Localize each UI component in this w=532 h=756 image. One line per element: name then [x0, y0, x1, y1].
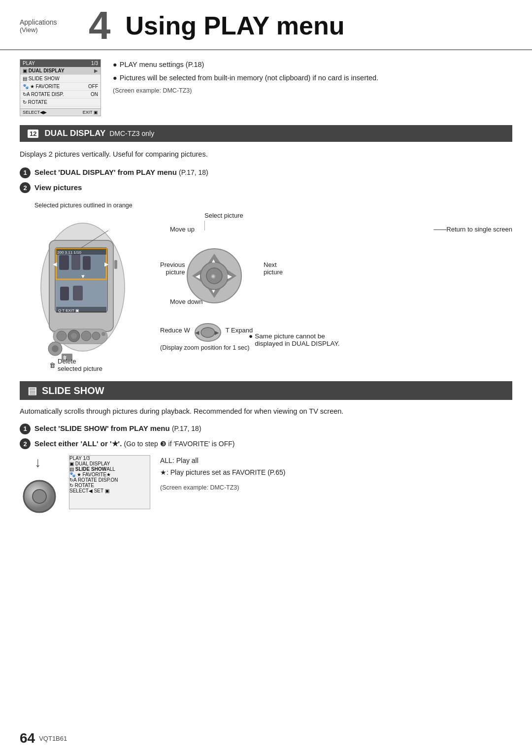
- svg-rect-4: [59, 255, 69, 270]
- page-title: Using PLAY menu: [126, 11, 345, 40]
- zoom-dial-svg: ◀ ▶: [193, 318, 223, 342]
- svg-rect-6: [83, 256, 91, 270]
- bullet2: Pictures will be selected from built-in …: [113, 72, 512, 84]
- move-down-label: Move down: [170, 298, 202, 305]
- step-number-ss2: 2: [20, 438, 31, 449]
- dual-display-sub: DMC-TZ3 only: [109, 130, 154, 137]
- step-1-slide: 1 Select 'SLIDE SHOW' from PLAY menu (P.…: [20, 423, 512, 434]
- step-number-2: 2: [20, 182, 31, 193]
- menu-row-slide: ▤ SLIDE SHOW: [20, 75, 100, 83]
- scroll-dial-area: ↓: [20, 457, 59, 521]
- svg-point-26: [101, 332, 105, 336]
- step2-text: View pictures: [34, 182, 82, 194]
- menu-row-favorite: 🐾 ★ FAVORITEOFF: [20, 83, 100, 91]
- svg-point-48: [33, 490, 46, 503]
- chapter-label: Applications (View): [20, 6, 79, 45]
- zoom-note: (Display zoom position for 1 sec): [160, 344, 253, 351]
- select-picture-label: Select picture: [204, 212, 244, 233]
- step-ss1-text: Select 'SLIDE SHOW' from PLAY menu (P.17…: [34, 423, 201, 434]
- menu-row-dual: ▣ DUAL DISPLAY▶: [20, 67, 100, 75]
- screen-example-1: (Screen example: DMC-TZ3): [113, 86, 512, 96]
- dual-display-title: DUAL DISPLAY: [44, 129, 105, 138]
- menu-screenshot-1: PLAY 1/3 ▣ DUAL DISPLAY▶ ▤ SLIDE SHOW 🐾 …: [20, 59, 101, 116]
- svg-text:▼: ▼: [211, 288, 216, 294]
- menu-screenshot-2: PLAY 1/3 ▣ DUAL DISPLAY ▤ SLIDE SHOWALL …: [69, 455, 150, 509]
- menu2-row-dual: ▣ DUAL DISPLAY: [69, 461, 150, 466]
- bullet1: PLAY menu settings (P.18): [113, 59, 512, 70]
- menu-page: 1/3: [91, 61, 98, 66]
- slide-show-title: SLIDE SHOW: [42, 385, 104, 396]
- camera-illustration: Selected pictures outlined in orange: [20, 202, 145, 372]
- all-label: ALL: Play all: [160, 455, 512, 467]
- step-number-ss1: 1: [20, 424, 31, 434]
- page-ref: VQT1B61: [39, 735, 67, 742]
- svg-rect-8: [60, 287, 69, 300]
- slide-show-icon: ▤: [28, 385, 37, 396]
- return-single-label: ——Return to single screen: [433, 226, 512, 233]
- screen-example-2: (Screen example: DMC-TZ3): [160, 483, 512, 493]
- scroll-dial-svg: ↓: [20, 457, 59, 521]
- svg-point-21: [57, 331, 66, 341]
- step-2-dual: 2 View pictures: [20, 182, 512, 194]
- main-content: PLAY 1/3 ▣ DUAL DISPLAY▶ ▤ SLIDE SHOW 🐾 …: [0, 50, 532, 531]
- menu2-row-rotate: ↻ ROTATE: [69, 483, 150, 488]
- menu2-row-slide: ▤ SLIDE SHOWALL: [69, 466, 150, 472]
- svg-point-43: [201, 328, 215, 337]
- same-picture-note: ● Same picture cannot be displayed in DU…: [249, 332, 347, 347]
- view-label: (View): [20, 26, 79, 33]
- dual-display-icon: 12: [28, 130, 38, 138]
- next-picture-label: Nextpicture: [264, 261, 283, 276]
- svg-point-28: [52, 345, 59, 352]
- zoom-area: Reduce W ◀ ▶ T Expand (Display zoom posi…: [160, 318, 253, 351]
- menu2-row-favorite: 🐾 ★ FAVORITE★: [69, 472, 150, 477]
- slide-step2-row: ↓ PLAY 1/3 ▣ DUAL DISPLAY: [20, 455, 512, 521]
- page-header: Applications (View) 4 Using PLAY menu: [0, 0, 532, 50]
- menu-row-rotate: ↻ ROTATE: [20, 99, 100, 106]
- step-1-dual: 1 Select 'DUAL DISPLAY' from PLAY menu (…: [20, 167, 512, 178]
- page-number: 64: [20, 730, 35, 746]
- svg-point-23: [71, 333, 77, 339]
- svg-text:◀: ◀: [53, 261, 57, 267]
- svg-point-25: [92, 332, 100, 340]
- menu-title: PLAY: [23, 61, 35, 66]
- slide-step2-info: ALL: Play all ★: Play pictures set as FA…: [160, 455, 512, 493]
- star-label: ★: Play pictures set as FAVORITE (P.65): [160, 467, 512, 479]
- svg-rect-9: [73, 286, 83, 300]
- dual-display-desc: Displays 2 pictures vertically. Useful f…: [20, 149, 512, 160]
- svg-rect-5: [71, 254, 80, 270]
- menu2-row-rotate-disp: ↻A ROTATE DISP.ON: [69, 477, 150, 483]
- menu-footer-1: SELECT◀▶ EXIT ▣: [20, 108, 100, 116]
- svg-text:▲: ▲: [211, 258, 216, 263]
- slide-show-header: ▤ SLIDE SHOW: [20, 381, 512, 400]
- slide-show-desc: Automatically scrolls through pictures d…: [20, 406, 512, 417]
- svg-text:◉: ◉: [211, 273, 216, 279]
- svg-text:Q T    EXIT ▣: Q T EXIT ▣: [58, 308, 79, 313]
- chapter-number: 4: [89, 6, 111, 45]
- dual-display-header: 12 DUAL DISPLAY DMC-TZ3 only: [20, 125, 512, 142]
- svg-text:▶: ▶: [104, 261, 109, 267]
- menu-row-rotate-disp: ↻A ROTATE DISP.ON: [20, 91, 100, 99]
- svg-rect-19: [114, 260, 117, 269]
- controls-diagram: Select picture Move up ——Return to singl…: [160, 212, 512, 369]
- svg-text:↓: ↓: [34, 457, 41, 470]
- menu-header: PLAY 1/3: [20, 60, 100, 67]
- svg-text:▼: ▼: [80, 273, 86, 279]
- menu2-header: PLAY 1/3: [69, 456, 150, 461]
- step-ss2-text: Select either 'ALL' or '★'. (Go to step …: [34, 438, 235, 450]
- intro-text: PLAY menu settings (P.18) Pictures will …: [113, 59, 512, 116]
- selected-note: Selected pictures outlined in orange: [34, 202, 145, 209]
- menu2-footer: SELECT◀ SET ▣: [69, 488, 150, 493]
- intro-section: PLAY 1/3 ▣ DUAL DISPLAY▶ ▤ SLIDE SHOW 🐾 …: [20, 59, 512, 116]
- step1-text: Select 'DUAL DISPLAY' from PLAY menu (P.…: [34, 167, 208, 178]
- svg-text:200  3.11    1/10: 200 3.11 1/10: [57, 250, 81, 255]
- applications-label: Applications: [20, 18, 79, 26]
- page-footer: 64 VQT1B61: [20, 730, 67, 746]
- move-up-label: Move up: [170, 226, 195, 233]
- svg-text:◀: ◀: [195, 329, 200, 335]
- step-number-1: 1: [20, 167, 31, 178]
- svg-text:◀: ◀: [195, 273, 200, 279]
- diagram-area: Selected pictures outlined in orange: [20, 202, 512, 372]
- step-2-slide: 2 Select either 'ALL' or '★'. (Go to ste…: [20, 438, 512, 450]
- svg-text:▶: ▶: [215, 329, 219, 335]
- previous-picture-label: Previouspicture: [160, 261, 185, 276]
